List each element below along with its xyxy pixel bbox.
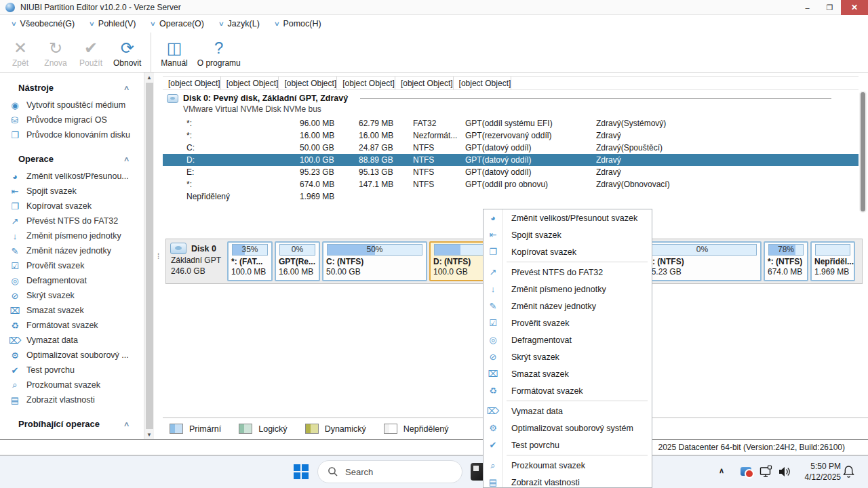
column-header[interactable]: [object Object]	[454, 77, 512, 89]
sidebar-item[interactable]: ◕ Změnit velikost/Přesunou...	[0, 169, 144, 184]
collapse-chevron-icon[interactable]: ∧	[123, 420, 130, 428]
sidebar-item[interactable]: ⌦ Vymazat data	[0, 333, 144, 348]
context-menu-item[interactable]: ⇤ Spojit svazek	[484, 226, 652, 243]
context-menu-item[interactable]: ⌦ Vymazat data	[484, 403, 652, 420]
sidebar-section-header[interactable]: Nástroje ∧	[0, 77, 144, 98]
menu-item[interactable]: ∨ Pohled(V)	[82, 15, 143, 33]
disk-group-title: Disk 0: Pevný disk, Základní GPT, Zdravý	[183, 94, 348, 103]
context-menu-item[interactable]: ⊘ Skrýt svazek	[484, 348, 652, 365]
scrollbar-thumb[interactable]	[861, 92, 865, 211]
sidebar-item[interactable]: ⌧ Smazat svazek	[0, 303, 144, 318]
notification-bell-icon[interactable]	[843, 465, 854, 478]
context-menu-item[interactable]: ☑ Prověřit svazek	[484, 314, 652, 331]
legend-item: Primární	[170, 424, 221, 434]
sidebar-item[interactable]: ☑ Prověřit svazek	[0, 258, 144, 273]
table-row[interactable]: D: 100.0 GB 88.89 GB NTFS GPT(datový odd…	[163, 154, 859, 166]
context-menu-item[interactable]: ❐ Kopírovat svazek	[484, 243, 652, 260]
merge-volume-icon: ⇤	[9, 186, 21, 197]
close-button[interactable]: ✕	[841, 0, 868, 15]
context-menu-item[interactable]: ▤ Zobrazit vlastnosti	[484, 474, 652, 488]
taskbar-clock[interactable]: 5:50 PM 4/12/2025	[805, 461, 841, 483]
sidebar-item[interactable]: ⌕ Prozkoumat svazek	[0, 378, 144, 392]
sidebar-item[interactable]: ❐ Průvodce klonováním disku	[0, 127, 144, 142]
sidebar-item[interactable]: ▤ Zobrazit vlastnosti	[0, 392, 144, 407]
table-row[interactable]: Nepřidělený 1.969 MB	[163, 190, 859, 203]
cell-status: Zdravý(Systémový)	[589, 119, 725, 128]
sidebar-section-header[interactable]: Probíhající operace ∧	[0, 413, 144, 434]
menu-item[interactable]: ∨ Jazyk(L)	[212, 15, 267, 33]
context-menu-item[interactable]: ✎ Změnit název jednotky	[484, 298, 652, 314]
restore-button[interactable]: ❐	[818, 0, 841, 15]
collapse-chevron-icon[interactable]: ∧	[123, 155, 130, 163]
speaker-icon[interactable]	[778, 466, 791, 477]
context-menu-item[interactable]: ⚙ Optimalizovat souborový systém	[484, 420, 652, 436]
toolbar-button[interactable]: ✕ Zpět	[3, 33, 38, 72]
context-menu-item[interactable]: ◕ Změnit velikost/Přesunout svazek	[484, 209, 652, 226]
disk-icon	[167, 94, 178, 103]
windows-start-button[interactable]	[294, 464, 309, 479]
context-menu-item[interactable]: ↓ Změnit písmeno jednotky	[484, 281, 652, 298]
status-bar: 2025 Datacenter 64-bit (Version:24H2, Bu…	[0, 439, 868, 455]
table-row[interactable]: C: 50.00 GB 24.87 GB NTFS GPT(datový odd…	[163, 142, 859, 154]
sidebar-item[interactable]: ⇤ Spojit svazek	[0, 184, 144, 199]
column-header[interactable]: [object Object]	[163, 77, 221, 89]
collapse-chevron-icon[interactable]: ∧	[123, 84, 130, 92]
partition-block[interactable]: 0% GPT(Re... 16.00 MB	[275, 241, 320, 281]
network-display-icon[interactable]	[760, 465, 773, 478]
table-row[interactable]: *: 16.00 MB 16.00 MB Nezformát... GPT(re…	[163, 129, 859, 142]
partition-block[interactable]: 0% E: (NTFS) 95.23 GB	[643, 241, 762, 281]
sidebar-item[interactable]: ↓ Změnit písmeno jednotky	[0, 228, 144, 243]
column-header[interactable]: [object Object]	[337, 77, 395, 89]
tray-app-status-icon[interactable]	[741, 467, 751, 476]
check-volume-icon: ☑	[9, 261, 21, 271]
column-header[interactable]: [object Object]	[221, 77, 279, 89]
sidebar-scrollbar[interactable]: ▲ ▼	[144, 73, 154, 439]
minimize-button[interactable]: –	[796, 0, 818, 15]
sidebar-item[interactable]: ✔ Test povrchu	[0, 363, 144, 378]
disk-group-row[interactable]: Disk 0: Pevný disk, Základní GPT, Zdravý…	[167, 94, 859, 116]
disk-info-block[interactable]: Disk 0 Základní GPT 246.0 GB	[168, 241, 225, 281]
format-volume-icon: ♻	[484, 386, 502, 396]
menu-item[interactable]: ∨ Všeobecné(G)	[4, 15, 82, 33]
table-row[interactable]: *: 674.0 MB 147.1 MB NTFS GPT(oddíl pro …	[163, 178, 859, 190]
scrollbar-thumb[interactable]	[146, 83, 153, 429]
sidebar-item[interactable]: ⚙ Optimalizovat souborový ...	[0, 348, 144, 363]
toolbar-button[interactable]: ◫ Manuál	[151, 33, 192, 72]
menu-item[interactable]: ∨ Operace(O)	[143, 15, 212, 33]
tray-chevron-up-icon[interactable]: ∧	[719, 466, 724, 475]
sidebar-item[interactable]: ◎ Defragmentovat	[0, 273, 144, 288]
sidebar-item[interactable]: ✎ Změnit název jednotky	[0, 243, 144, 258]
sidebar-item[interactable]: ⛁ Průvodce migrací OS	[0, 113, 144, 127]
partition-block[interactable]: Nepřiděl... 1.969 MB	[810, 241, 855, 281]
toolbar-button[interactable]: ⟳ Obnovit	[108, 33, 146, 72]
context-menu-item[interactable]: ◎ Defragmentovat	[484, 331, 652, 348]
table-row[interactable]: *: 96.00 MB 62.79 MB FAT32 GPT(oddíl sys…	[163, 117, 859, 129]
context-menu-item[interactable]: ✔ Test povrchu	[484, 436, 652, 453]
taskbar-search[interactable]: Search	[317, 460, 462, 483]
sidebar-item[interactable]: ⊘ Skrýt svazek	[0, 288, 144, 303]
app-logo-icon	[5, 3, 15, 12]
context-menu-item[interactable]: ♻ Formátovat svazek	[484, 382, 652, 399]
partition-block[interactable]: 50% C: (NTFS) 50.00 GB	[322, 241, 427, 281]
context-menu-item[interactable]: ⌧ Smazat svazek	[484, 365, 652, 382]
column-header[interactable]: [object Object]	[279, 77, 337, 89]
table-row[interactable]: E: 95.23 GB 95.13 GB NTFS GPT(datový odd…	[163, 166, 859, 178]
sidebar-item[interactable]: ❐ Kopírovat svazek	[0, 199, 144, 214]
scroll-up-icon[interactable]: ▲	[144, 73, 154, 82]
toolbar-button[interactable]: ? O programu	[193, 33, 245, 72]
table-scrollbar[interactable]	[859, 91, 867, 213]
partition-block[interactable]: 35% *: (FAT... 100.0 MB	[227, 241, 273, 281]
sidebar-item[interactable]: ◉ Vytvořit spouštěcí médium	[0, 98, 144, 113]
scroll-down-icon[interactable]: ▼	[144, 430, 154, 439]
toolbar-button[interactable]: ✔ Použít	[73, 33, 108, 72]
menu-item[interactable]: ∨ Pomoc(H)	[267, 15, 329, 33]
sidebar-section-header[interactable]: Operace ∧	[0, 148, 144, 169]
partition-block[interactable]: 78% *: (NTFS) 674.0 MB	[764, 241, 808, 281]
sidebar-splitter[interactable]: ⁞	[155, 73, 163, 439]
sidebar-item[interactable]: ♻ Formátovat svazek	[0, 318, 144, 333]
context-menu-item[interactable]: ⌕ Prozkoumat svazek	[484, 457, 652, 474]
toolbar-button[interactable]: ↻ Znova	[38, 33, 73, 72]
sidebar-item[interactable]: ↗ Převést NTFS do FAT32	[0, 214, 144, 228]
column-header[interactable]: [object Object]	[395, 77, 454, 89]
context-menu-item[interactable]: ↗ Převést NTFS do FAT32	[484, 264, 652, 281]
